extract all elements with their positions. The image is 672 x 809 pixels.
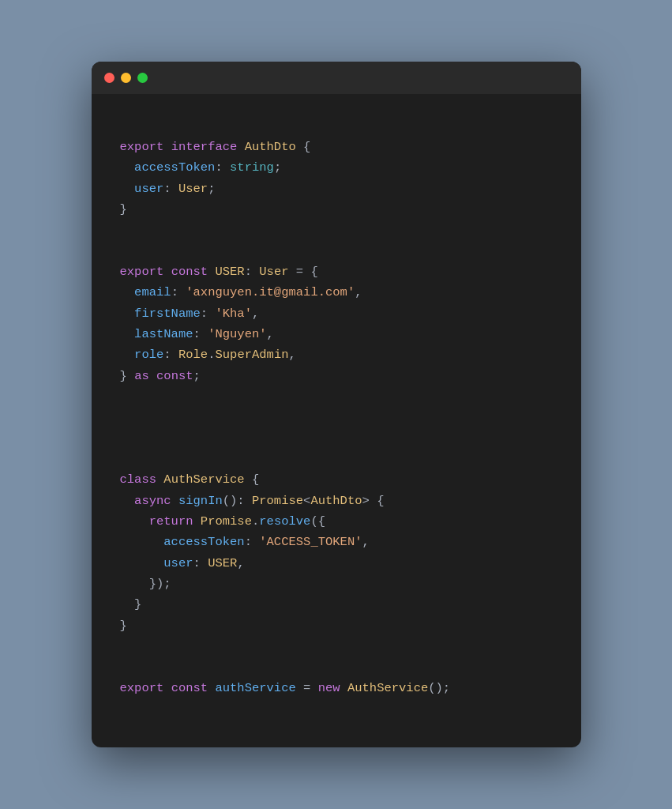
line-20: } xyxy=(120,597,142,611)
blank-line-4 xyxy=(120,636,553,657)
line-2: accessToken: string; xyxy=(120,160,282,175)
line-7: email: 'axnguyen.it@gmail.com', xyxy=(120,285,362,299)
line-4: } xyxy=(120,202,127,216)
line-3: user: User; xyxy=(120,182,216,196)
line-21: } xyxy=(120,619,127,633)
code-content: export interface AuthDto { accessToken: … xyxy=(120,116,553,720)
line-18: user: USER, xyxy=(120,556,245,570)
line-15: async signIn(): Promise<AuthDto> { xyxy=(120,494,385,508)
line-16: return Promise.resolve({ xyxy=(120,514,326,529)
minimize-button[interactable] xyxy=(121,73,131,83)
line-17: accessToken: 'ACCESS_TOKEN', xyxy=(120,535,370,549)
line-9: lastName: 'Nguyen', xyxy=(120,327,274,341)
line-14: class AuthService { xyxy=(120,472,260,487)
window-titlebar xyxy=(92,62,581,94)
maximize-button[interactable] xyxy=(137,73,148,83)
line-23: export const authService = new AuthServi… xyxy=(120,681,451,695)
code-window: export interface AuthDto { accessToken: … xyxy=(92,62,581,748)
code-editor: export interface AuthDto { accessToken: … xyxy=(92,94,581,748)
line-11: } as const; xyxy=(120,369,201,383)
blank-line-1 xyxy=(120,220,553,240)
line-6: export const USER: User = { xyxy=(120,265,318,279)
line-10: role: Role.SuperAdmin, xyxy=(120,348,296,362)
line-8: firstName: 'Kha', xyxy=(120,307,260,321)
blank-line-3 xyxy=(120,428,553,449)
line-1: export interface AuthDto { xyxy=(120,140,311,154)
line-19: }); xyxy=(120,577,171,591)
close-button[interactable] xyxy=(104,73,115,83)
blank-line-2 xyxy=(120,386,553,407)
